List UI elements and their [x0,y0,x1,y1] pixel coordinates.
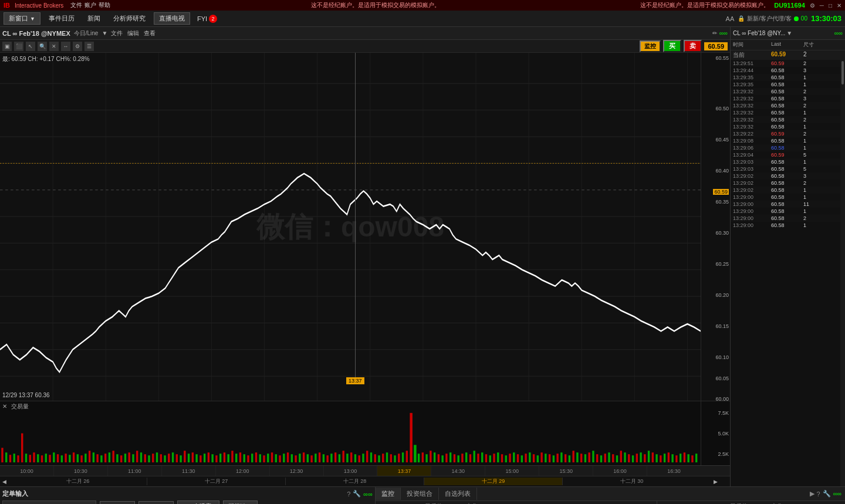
svg-rect-93 [263,455,265,462]
svg-rect-106 [307,454,309,462]
toolbar-icon-2[interactable]: ⬛ [14,42,23,51]
ts-dropdown[interactable]: ▼ [786,30,792,36]
next-icon[interactable]: ▶ [714,479,718,485]
volume-close-icon[interactable]: ✕ [2,403,7,410]
edit-icon[interactable]: ✏ [712,30,717,36]
svg-rect-145 [469,454,471,462]
fyi-button[interactable]: FYI 2 [194,13,221,24]
oe-title: 定单输入 [2,489,28,498]
monitor-panel: 监控 投资组合 自选列表 ▶ ? 🔧 ∞∞ 最后价 变化 BABA ◆ [376,487,845,504]
svg-rect-131 [406,451,408,462]
svg-rect-180 [608,452,610,462]
ts-infinity: ∞∞ [834,30,843,36]
monitor-expand-icon[interactable]: ▶ [810,490,814,498]
alert-button[interactable]: 监控 [640,40,661,52]
svg-rect-182 [616,455,618,462]
fyi-badge: 2 [209,15,217,23]
toolbar-icon-3[interactable]: ↖ [26,42,35,51]
menu-account[interactable]: 账户 [84,1,96,9]
minimize-icon[interactable]: ─ [820,2,824,9]
dropdown-icon[interactable]: ▼ [102,30,107,36]
price-chart-svg [0,53,701,401]
ts-row: 13:29:0060.582 [731,215,840,222]
ask-price-input[interactable] [138,501,174,504]
svg-rect-129 [398,454,400,462]
toolbar-icon-5[interactable]: ✕ [49,42,59,51]
svg-rect-34 [29,455,31,462]
live-tv-button[interactable]: 直播电视 [154,12,190,25]
monitor-question-icon[interactable]: ? [817,491,820,498]
oe-question-icon[interactable]: ? [347,491,350,498]
svg-rect-111 [326,455,328,462]
new-window-button[interactable]: 新窗口 ▼ [4,12,40,25]
main-chart: 最: 60.59 CH: +0.17 CH%: 0.28% 微信：qow008 … [0,53,701,401]
buy-button[interactable]: 买 [663,40,681,52]
svg-rect-162 [537,455,539,462]
chart-menu-file[interactable]: 文件 [111,29,123,38]
svg-rect-50 [93,452,94,462]
svg-rect-157 [517,454,519,462]
menu-file[interactable]: 文件 [70,1,82,9]
svg-rect-115 [342,451,344,462]
svg-rect-68 [164,455,165,462]
ts-scrollbar[interactable] [840,60,845,486]
news-button[interactable]: 新闻 [83,13,105,24]
ts-columns: 时间 Last 尺寸 [731,40,845,50]
svg-rect-189 [644,454,645,462]
prev-icon[interactable]: ◀ [0,479,9,485]
symbol-select[interactable]: CL ∞ Feb'18 @NYMEX [2,500,96,504]
restore-icon[interactable]: □ [829,2,832,9]
oe-settings-icon[interactable]: 🔧 [353,490,361,498]
svg-rect-165 [549,454,550,462]
chart-menu-view[interactable]: 查看 [144,29,156,38]
toolbar-icon-6[interactable]: ↔ [61,42,70,51]
svg-rect-196 [671,454,673,462]
options-chain-button[interactable]: 期权链 ▼ [223,500,258,504]
tab-monitor[interactable]: 监控 [376,488,401,500]
toolbar-icon-7[interactable]: ⚙ [73,42,82,51]
svg-rect-179 [604,454,606,462]
tab-portfolio[interactable]: 投资组合 [401,488,439,500]
svg-rect-124 [378,455,380,462]
warning-center: 这不是经纪账户。是适用于模拟交易的模拟账户。 [311,1,440,9]
calendar-button[interactable]: 事件日历 [44,13,79,24]
monitor-settings-icon[interactable]: 🔧 [823,490,831,498]
main-content: CL ∞ Feb'18 @NYMEX 今日/Line ▼ 文件 编辑 查看 ✏ … [0,27,845,486]
infinity-icon: ∞∞ [719,30,728,36]
volume-chart: ✕ 交易量 [0,401,730,465]
adapt-button[interactable]: ✓ ✓ 自适应 ? [177,500,219,504]
monitor-right: 最后价 变化 CL ∞ Feb'18 ··· 60.59 +0.17 0.28% [657,501,845,504]
svg-rect-92 [259,454,261,462]
svg-rect-100 [283,454,285,462]
bid-price-input[interactable] [100,501,135,504]
tab-watchlist[interactable]: 自选列表 [439,488,477,500]
ts-row: 13:29:3260.582 [731,116,840,123]
analysis-button[interactable]: 分析师研究 [109,13,150,24]
svg-rect-72 [180,455,181,462]
chart-menu-edit[interactable]: 编辑 [127,29,139,38]
svg-rect-119 [359,455,360,462]
svg-rect-190 [648,451,650,462]
svg-rect-99 [279,455,280,462]
svg-rect-134 [425,454,427,462]
svg-rect-85 [231,451,233,462]
svg-rect-76 [195,454,197,462]
crosshair-info: 12/29 13:37 60.36 [2,392,50,398]
menu-help[interactable]: 帮助 [99,1,110,9]
toolbar-icon-8[interactable]: ☰ [84,42,94,51]
svg-rect-43 [65,454,66,462]
sell-button[interactable]: 卖 [684,40,702,52]
toolbar-icon-4[interactable]: 🔍 [38,42,47,51]
ts-row: 13:29:0060.581 [731,208,840,215]
ts-row: 13:29:3260.582 [731,102,840,109]
svg-rect-172 [576,452,578,462]
close-icon[interactable]: ✕ [837,2,841,9]
svg-rect-105 [303,452,305,462]
svg-rect-143 [461,454,463,462]
svg-rect-37 [41,455,43,462]
svg-rect-149 [485,454,487,462]
svg-rect-123 [374,454,376,462]
toolbar-icon-1[interactable]: ▣ [2,42,12,51]
settings-icon[interactable]: ⚙ [810,2,815,9]
svg-rect-175 [589,452,590,462]
